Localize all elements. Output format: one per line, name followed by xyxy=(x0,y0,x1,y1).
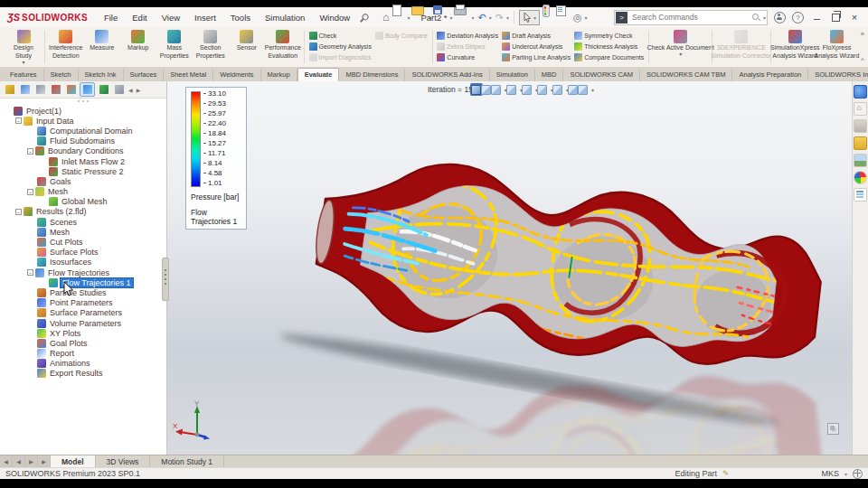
sheet-nav-first-icon[interactable]: ◀ xyxy=(0,455,13,467)
tree-item-computational-domain[interactable]: Computational Domain xyxy=(0,126,166,136)
tab-markup[interactable]: Markup xyxy=(261,69,297,81)
previous-view-icon[interactable] xyxy=(490,83,503,96)
file-explorer-icon[interactable] xyxy=(854,136,867,150)
interference-detection-button[interactable]: InterferenceDetection xyxy=(48,28,84,66)
tree-item-flow-trajectories-1[interactable]: Flow Trajectories 1 xyxy=(0,277,166,287)
new-document-icon[interactable] xyxy=(392,10,406,24)
tab-analysis-preparation[interactable]: Analysis Preparation xyxy=(732,69,808,81)
undo-icon[interactable] xyxy=(476,10,487,24)
tree-item-global-mesh[interactable]: Global Mesh xyxy=(0,197,166,207)
restore-button[interactable] xyxy=(829,11,842,23)
close-button[interactable]: × xyxy=(848,11,861,23)
search-icon[interactable] xyxy=(751,13,761,23)
tab-sketch[interactable]: Sketch xyxy=(44,69,79,81)
panel-tabs-left-icon[interactable]: ◀ xyxy=(127,87,134,93)
tree-item-boundary-conditions[interactable]: -Boundary Conditions xyxy=(0,146,166,156)
tree-item-input-data[interactable]: -Input Data xyxy=(0,116,166,126)
draft-analysis-button[interactable]: Draft Analysis xyxy=(501,30,571,41)
tree-item-isosurfaces[interactable]: Isosurfaces xyxy=(0,258,166,267)
thickness-analysis-button[interactable]: Thickness Analysis xyxy=(573,41,645,52)
viewport-corner-icon[interactable] xyxy=(827,423,839,435)
check-button[interactable]: Check xyxy=(308,30,373,41)
tree-item-mesh[interactable]: -Mesh xyxy=(0,187,166,197)
menu-simulation[interactable]: Simulation xyxy=(258,10,312,25)
tree-item-goals[interactable]: Goals xyxy=(0,176,166,186)
sheet-nav-prev-icon[interactable]: ◀ xyxy=(13,455,25,467)
compare-documents-button[interactable]: Compare Documents xyxy=(573,52,645,62)
view-settings-icon[interactable] xyxy=(577,83,590,96)
markup-button[interactable]: Markup xyxy=(120,28,156,66)
check-active-document-button[interactable]: Check Active Document▾ xyxy=(652,28,709,66)
tree-item-particle-studies[interactable]: Particle Studies xyxy=(0,287,166,297)
tree-item-surface-plots[interactable]: Surface Plots xyxy=(0,248,166,258)
design-study-caret-icon[interactable]: ▾ xyxy=(22,61,24,65)
select-icon[interactable] xyxy=(522,10,533,24)
tree-item-scenes[interactable]: Scenes xyxy=(0,217,166,227)
doc-tab-3d-views[interactable]: 3D Views xyxy=(96,455,151,467)
options-icon[interactable] xyxy=(571,10,584,24)
tree-item-results-mesh[interactable]: Mesh xyxy=(0,227,166,237)
panel-tab-dimxpert-manager[interactable] xyxy=(49,83,62,96)
tab-simulation[interactable]: Simulation xyxy=(490,69,535,81)
menu-edit[interactable]: Edit xyxy=(125,10,154,25)
tree-item-flow-trajectories[interactable]: -Flow Trajectories xyxy=(0,267,166,277)
tab-solidworks-inspection[interactable]: SOLIDWORKS Inspection xyxy=(808,69,868,81)
design-study-button[interactable]: DesignStudy▾ xyxy=(5,28,42,66)
panel-tab-flow-simulation-tree[interactable] xyxy=(80,82,95,97)
open-icon[interactable] xyxy=(411,10,428,24)
panel-tabs-right-icon[interactable]: ▶ xyxy=(136,87,142,93)
undercut-analysis-button[interactable]: Undercut Analysis xyxy=(501,41,571,52)
sheet-nav-last-icon[interactable]: ▶ xyxy=(38,455,51,467)
sensor-button[interactable]: Sensor xyxy=(229,28,265,66)
menu-tools[interactable]: Tools xyxy=(223,10,258,25)
home-icon[interactable] xyxy=(854,102,867,116)
view-settings-caret-icon[interactable]: ▾ xyxy=(591,87,594,93)
simulationxpress-analysis-wizard-button[interactable]: SimulationXpressAnalysis Wizard xyxy=(773,28,816,66)
performance-evaluation-button[interactable]: PerformanceEvaluation xyxy=(265,28,301,66)
appearances-icon[interactable] xyxy=(854,171,867,184)
display-style-icon[interactable] xyxy=(536,83,549,96)
view-palette-icon[interactable] xyxy=(854,154,867,167)
tab-sheet-metal[interactable]: Sheet Metal xyxy=(164,69,213,81)
help-icon[interactable]: ? xyxy=(792,12,804,23)
panel-tab-feature-manager-tree[interactable] xyxy=(3,83,16,96)
check-active-document-caret-icon[interactable]: ▾ xyxy=(679,52,682,57)
doc-tab-model[interactable]: Model xyxy=(51,455,96,467)
save-caret-icon[interactable]: ▾ xyxy=(449,14,452,21)
section-properties-button[interactable]: SectionProperties xyxy=(193,28,229,66)
floxpress-analysis-wizard-button[interactable]: FloXpressAnalysis Wizard xyxy=(816,28,856,66)
print-icon[interactable] xyxy=(454,10,470,24)
panel-tab-configuration-manager[interactable] xyxy=(33,83,47,96)
tab-surfaces[interactable]: Surfaces xyxy=(124,69,165,81)
view-orientation-icon[interactable] xyxy=(521,83,533,96)
parting-line-analysis-button[interactable]: Parting Line Analysis xyxy=(501,52,571,62)
collapse-icon[interactable]: - xyxy=(15,209,22,215)
panel-tab-cam-tree[interactable] xyxy=(97,83,110,96)
graphics-viewport[interactable]: 33.1029.5325.9722.4018.8415.2711.718.144… xyxy=(167,81,852,455)
tree-item-cut-plots[interactable]: Cut Plots xyxy=(0,237,166,247)
tree-item-xy-plots[interactable]: XY Plots xyxy=(0,328,166,338)
tree-item-point-parameters[interactable]: Point Parameters xyxy=(0,298,166,308)
menu-insert[interactable]: Insert xyxy=(187,10,223,25)
tree-item-export-results[interactable]: Export Results xyxy=(0,369,166,379)
measure-button[interactable]: Measure xyxy=(84,28,120,66)
mass-properties-button[interactable]: MassProperties xyxy=(156,28,193,66)
design-library-icon[interactable] xyxy=(854,119,867,133)
curvature-button[interactable]: Curvature xyxy=(436,52,499,62)
search-input[interactable] xyxy=(630,12,751,23)
tree-item-inlet-mass-flow-2[interactable]: Inlet Mass Flow 2 xyxy=(0,156,166,166)
doc-tab-motion-study-1[interactable]: Motion Study 1 xyxy=(150,455,224,467)
tab-solidworks-add-ins[interactable]: SOLIDWORKS Add-Ins xyxy=(405,69,489,81)
ribbon-overflow-icon[interactable]: » xyxy=(861,30,864,38)
3dexperience-icon[interactable] xyxy=(854,85,867,99)
undo-caret-icon[interactable]: ▾ xyxy=(489,14,492,21)
panel-tab-display-manager[interactable] xyxy=(64,83,78,96)
panel-tab-tab-extra[interactable] xyxy=(112,83,126,96)
hide-show-items-icon[interactable] xyxy=(552,83,564,96)
properties-pane-icon[interactable] xyxy=(555,10,571,24)
collapse-icon[interactable]: - xyxy=(15,117,22,124)
panel-tab-property-manager[interactable] xyxy=(18,83,32,96)
save-icon[interactable] xyxy=(433,10,448,24)
tab-weldments[interactable]: Weldments xyxy=(213,69,260,81)
redo-icon[interactable] xyxy=(494,10,505,24)
